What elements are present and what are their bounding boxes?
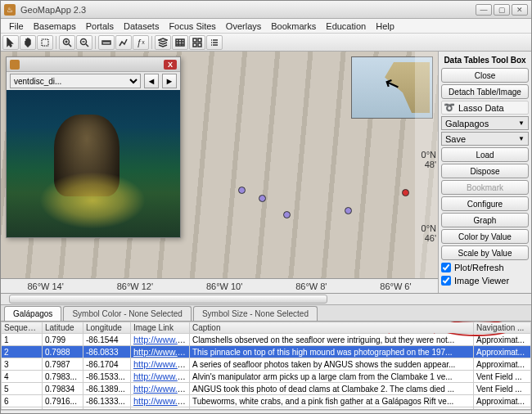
image-link[interactable]: http://www.div <box>133 335 189 344</box>
save-combo[interactable]: Save▼ <box>441 132 529 146</box>
svg-rect-0 <box>42 39 48 46</box>
col-navigation[interactable]: Navigation ... <box>474 322 531 334</box>
image-viewer-close-button[interactable]: X <box>164 60 177 70</box>
table-tool[interactable] <box>172 35 188 50</box>
lasso-icon: ➰ <box>444 102 455 113</box>
image-viewer-titlebar[interactable]: X <box>7 57 180 72</box>
col-sequence[interactable]: Sequence <box>2 322 43 334</box>
table-row[interactable]: 20.7988-86.0833http://www.divThis pinnac… <box>2 346 531 358</box>
list-tool[interactable] <box>206 35 223 50</box>
ruler-tool[interactable] <box>98 35 115 50</box>
select-tool[interactable] <box>37 35 53 50</box>
chevron-down-icon: ▼ <box>518 135 525 142</box>
menu-bookmarks[interactable]: Bookmarks <box>266 21 321 31</box>
toolbox-close-button[interactable]: Close <box>441 68 529 83</box>
menubar: File Basemaps Portals Datasets Focus Sit… <box>1 19 531 34</box>
bookmark-button[interactable]: Bookmark <box>441 180 529 195</box>
zoom-out-tool[interactable] <box>76 35 92 50</box>
menu-file[interactable]: File <box>4 21 29 31</box>
svg-rect-4 <box>176 39 184 46</box>
menu-overlays[interactable]: Overlays <box>221 21 266 31</box>
tab-symbol-size[interactable]: Symbol Size - None Selected <box>193 306 318 321</box>
table-row[interactable]: 30.7987-86.1704http://www.divA series of… <box>2 358 531 371</box>
maximize-button[interactable]: ▢ <box>494 4 510 16</box>
table-row[interactable]: 50.79834-86.1389...http://www.divANGUS t… <box>2 383 531 395</box>
window-titlebar: ♨ GeoMapApp 2.3 — ▢ ✕ <box>1 1 531 19</box>
data-tables-toolbox: Data Tables Tool Box Close Detach Table/… <box>438 52 531 293</box>
table-header-row: Sequence Latitude Longitude Image Link C… <box>2 322 531 334</box>
graph-button[interactable]: Graph <box>441 213 529 227</box>
map-point-vent[interactable] <box>283 211 291 218</box>
map-horizontal-scrollbar[interactable] <box>1 294 531 305</box>
load-button[interactable]: Load <box>441 147 529 162</box>
menu-datasets[interactable]: Datasets <box>119 21 164 31</box>
window-title: GeoMapApp 2.3 <box>20 5 476 15</box>
map-x-axis: 86°W 14' 86°W 12' 86°W 10' 86°W 8' 86°W … <box>1 278 438 293</box>
toolbox-header: Data Tables Tool Box <box>441 54 529 66</box>
map-canvas[interactable]: X ventdisc_di... ◄ ► 0°N 48' 0°N 46' 86°… <box>1 52 438 293</box>
close-button[interactable]: ✕ <box>512 4 528 16</box>
svg-rect-5 <box>193 38 196 42</box>
image-link[interactable]: http://www.div <box>133 396 189 406</box>
profile-tool[interactable] <box>115 35 132 50</box>
map-y-axis: 0°N 48' 0°N 46' <box>415 52 438 278</box>
table-row[interactable]: 40.7983...-86.1533...http://www.divAlvin… <box>2 371 531 383</box>
menu-portals[interactable]: Portals <box>81 21 119 31</box>
function-tool[interactable]: ƒx <box>133 35 149 50</box>
java-icon: ♨ <box>4 4 16 16</box>
svg-rect-8 <box>198 43 201 47</box>
grid-tool[interactable] <box>189 35 205 50</box>
map-point-vent[interactable] <box>259 195 266 202</box>
image-link[interactable]: http://www.div <box>133 408 189 410</box>
image-viewer-window[interactable]: X ventdisc_di... ◄ ► <box>6 56 181 238</box>
col-image-link[interactable]: Image Link <box>131 322 190 334</box>
col-latitude[interactable]: Latitude <box>43 322 83 334</box>
tab-galapagos[interactable]: Galápagos <box>4 306 61 321</box>
dataset-combo[interactable]: Galapagos▼ <box>441 116 529 130</box>
map-point-selected[interactable] <box>402 189 409 196</box>
minimize-button[interactable]: — <box>476 4 492 16</box>
dispose-button[interactable]: Dispose <box>441 164 529 178</box>
map-point-vent[interactable] <box>238 187 246 194</box>
menu-basemaps[interactable]: Basemaps <box>29 21 81 31</box>
svg-rect-7 <box>193 43 196 47</box>
col-caption[interactable]: Caption <box>190 322 474 334</box>
seafloor-photo <box>7 90 180 237</box>
java-icon <box>10 60 20 70</box>
image-prev-button[interactable]: ◄ <box>144 74 159 88</box>
data-table[interactable]: Sequence Latitude Longitude Image Link C… <box>1 322 531 410</box>
col-longitude[interactable]: Longitude <box>83 322 131 334</box>
table-row[interactable]: 60.7916...-86.1333...http://www.divTubew… <box>2 395 531 407</box>
plot-refresh-checkbox[interactable]: Plot/Refresh <box>441 262 529 273</box>
image-viewer-checkbox[interactable]: Image Viewer <box>441 275 529 286</box>
menu-help[interactable]: Help <box>371 21 399 31</box>
table-row[interactable]: 70.792-86.1http://www.divAlvin explores … <box>2 407 531 411</box>
svg-rect-6 <box>198 38 201 42</box>
lasso-data-button[interactable]: ➰ Lasso Data <box>441 101 529 115</box>
image-dataset-select[interactable]: ventdisc_di... <box>10 74 141 88</box>
tab-symbol-color[interactable]: Symbol Color - None Selected <box>63 306 192 321</box>
image-next-button[interactable]: ► <box>162 74 177 88</box>
menu-focus-sites[interactable]: Focus Sites <box>164 21 220 31</box>
map-point-vent[interactable] <box>345 207 352 214</box>
layers-tool[interactable] <box>155 35 171 50</box>
configure-button[interactable]: Configure <box>441 196 529 211</box>
color-by-value-button[interactable]: Color by Value <box>441 229 529 244</box>
image-link[interactable]: http://www.div <box>133 384 189 394</box>
image-link[interactable]: http://www.div <box>133 347 189 357</box>
scale-by-value-button[interactable]: Scale by Value <box>441 245 529 260</box>
pan-tool[interactable] <box>20 35 36 50</box>
toolbar: ƒx <box>1 34 531 52</box>
image-link[interactable]: http://www.div <box>133 359 189 369</box>
table-row[interactable]: 10.799-86.1544http://www.divClamshells o… <box>2 334 531 346</box>
pointer-tool[interactable] <box>2 35 19 50</box>
menu-education[interactable]: Education <box>321 21 371 31</box>
data-tabs: Galápagos Symbol Color - None Selected S… <box>1 305 531 322</box>
detach-button[interactable]: Detach Table/Image <box>441 84 529 99</box>
status-bar: Elevation Data Sources i <box>1 410 531 414</box>
chevron-down-icon: ▼ <box>518 119 525 127</box>
image-link[interactable]: http://www.div <box>133 371 189 381</box>
zoom-in-tool[interactable] <box>59 35 75 50</box>
